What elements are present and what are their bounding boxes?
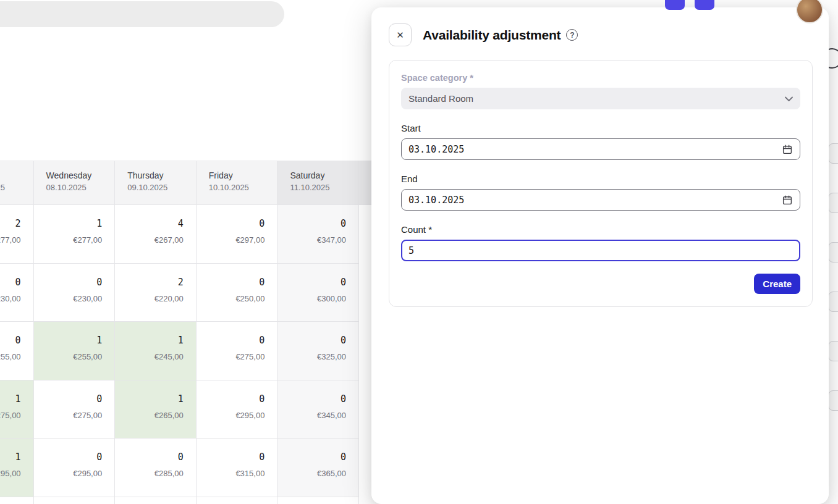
- column-header: Wednesday08.10.2025: [34, 161, 115, 205]
- availability-count: 0: [290, 393, 346, 405]
- availability-cell[interactable]: 0€275,00: [197, 322, 277, 380]
- row-action-button[interactable]: [828, 341, 838, 361]
- availability-cell[interactable]: 0€295,00: [197, 380, 277, 439]
- row-action-button[interactable]: [828, 242, 838, 262]
- availability-cell[interactable]: 0€255,00: [0, 322, 33, 380]
- grid-column: Friday10.10.20250€297,000€250,000€275,00…: [197, 161, 278, 504]
- grid-column: Wednesday08.10.20251€277,000€230,001€255…: [34, 161, 116, 504]
- modal-title: Availability adjustment: [423, 28, 561, 43]
- create-button[interactable]: Create: [754, 274, 800, 294]
- rate-price: €267,00: [127, 235, 184, 245]
- availability-cell[interactable]: 0€230,00: [0, 264, 33, 322]
- row-action-button[interactable]: [828, 390, 838, 411]
- start-date-input[interactable]: 03.10.2025: [401, 138, 800, 160]
- availability-cell[interactable]: 2€220,00: [115, 264, 196, 322]
- rate-price: €220,00: [127, 294, 184, 303]
- availability-cell[interactable]: 1€275,00: [0, 380, 33, 439]
- availability-cell[interactable]: 1€295,00: [0, 439, 33, 497]
- rate-price: €275,00: [209, 352, 265, 361]
- calendar-icon[interactable]: [782, 144, 793, 155]
- availability-count: 0: [0, 277, 21, 288]
- availability-adjustment-modal: ✕ Availability adjustment ? Space catego…: [371, 7, 829, 504]
- rate-price: €230,00: [0, 294, 21, 303]
- end-date-value: 03.10.2025: [408, 195, 464, 206]
- column-header: Tuesday07.10.2025: [0, 161, 33, 205]
- column-header: Friday10.10.2025: [197, 161, 277, 205]
- availability-cell[interactable]: 0€345,00: [277, 380, 358, 439]
- availability-cell[interactable]: 0€365,00: [277, 439, 358, 497]
- availability-count: 1: [46, 335, 103, 346]
- availability-cell[interactable]: 1€265,00: [115, 380, 196, 439]
- rate-price: €277,00: [46, 235, 103, 245]
- availability-cell[interactable]: 0€315,00: [197, 439, 277, 497]
- availability-cell[interactable]: 0€230,00: [34, 264, 115, 322]
- availability-cell[interactable]: 0€297,00: [197, 205, 277, 264]
- row-action-button[interactable]: [828, 143, 838, 164]
- availability-cell[interactable]: 0€300,00: [277, 264, 358, 322]
- availability-cell[interactable]: 0€325,00: [277, 322, 358, 380]
- availability-count: 4: [127, 218, 184, 229]
- availability-cell[interactable]: 4€267,00: [115, 205, 196, 264]
- close-icon: ✕: [396, 30, 404, 41]
- rate-price: €265,00: [127, 411, 184, 420]
- count-value: 5: [408, 245, 414, 256]
- column-day-label: Wednesday: [46, 170, 103, 180]
- rate-price: €365,00: [290, 469, 346, 478]
- count-input[interactable]: 5: [401, 240, 800, 261]
- rate-price: €300,00: [290, 294, 346, 303]
- help-glyph: ?: [570, 31, 574, 40]
- rate-price: €295,00: [209, 411, 265, 420]
- row-action-button[interactable]: [828, 292, 838, 312]
- availability-cell[interactable]: 1€255,00: [34, 322, 115, 380]
- grid-column: Tuesday07.10.20252€277,000€230,000€255,0…: [0, 161, 34, 504]
- availability-cell[interactable]: 0€295,00: [34, 439, 115, 497]
- adjustment-form-card: Space category * Standard Room Start 03.…: [389, 60, 813, 307]
- row-action-button[interactable]: [828, 193, 838, 213]
- chevron-down-icon: [785, 96, 793, 101]
- column-date-label: 10.10.2025: [209, 183, 265, 192]
- help-icon[interactable]: ?: [566, 29, 578, 41]
- availability-cell[interactable]: 1€277,00: [34, 205, 115, 264]
- rate-price: €245,00: [127, 352, 184, 361]
- rate-price: €250,00: [209, 294, 265, 303]
- column-date-label: 09.10.2025: [127, 183, 184, 192]
- availability-cell[interactable]: 0€347,00: [277, 205, 358, 264]
- toolbar-pill[interactable]: [0, 1, 284, 27]
- column-header: Thursday09.10.2025: [115, 161, 196, 205]
- availability-count: 0: [46, 393, 103, 405]
- availability-count: 2: [0, 218, 21, 229]
- rate-price: €275,00: [46, 411, 103, 420]
- availability-count: 2: [127, 277, 184, 288]
- space-category-select[interactable]: Standard Room: [401, 88, 800, 109]
- rate-price: €285,00: [127, 469, 184, 478]
- availability-count: 0: [209, 393, 265, 405]
- modal-header: ✕ Availability adjustment ?: [371, 7, 829, 46]
- app-root: { "colors": { "accent": "#2a2bd0", "focu…: [0, 0, 838, 504]
- availability-count: 0: [46, 277, 103, 288]
- availability-cell[interactable]: 2€277,00: [0, 205, 33, 264]
- end-date-input[interactable]: 03.10.2025: [401, 189, 800, 211]
- availability-count: 1: [127, 335, 184, 346]
- space-category-value: Standard Room: [408, 93, 473, 104]
- availability-cell[interactable]: 0€275,00: [34, 380, 115, 439]
- availability-count: 0: [290, 218, 346, 229]
- availability-cell[interactable]: 1€245,00: [115, 322, 196, 380]
- availability-cell[interactable]: 0€285,00: [115, 439, 196, 497]
- rate-price: €295,00: [46, 469, 103, 478]
- availability-count: 1: [0, 452, 21, 463]
- notification-badge[interactable]: [665, 0, 685, 10]
- start-label: Start: [401, 123, 800, 133]
- column-date-label: 08.10.2025: [46, 183, 103, 192]
- availability-count: 0: [46, 452, 103, 463]
- rate-price: €297,00: [209, 235, 265, 245]
- availability-count: 0: [290, 452, 346, 463]
- close-button[interactable]: ✕: [389, 23, 412, 46]
- rate-price: €275,00: [0, 411, 21, 420]
- space-category-label: Space category *: [401, 73, 800, 83]
- availability-count: 0: [290, 277, 346, 288]
- grid-column: Thursday09.10.20254€267,002€220,001€245,…: [115, 161, 197, 504]
- availability-cell[interactable]: 0€250,00: [197, 264, 277, 322]
- notification-badge[interactable]: [695, 0, 714, 10]
- calendar-icon[interactable]: [782, 195, 793, 206]
- rate-price: €325,00: [290, 352, 346, 361]
